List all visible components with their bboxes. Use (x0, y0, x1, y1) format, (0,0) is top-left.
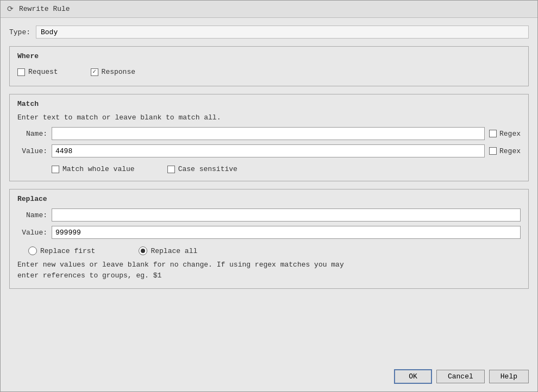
match-value-regex-label: Regex (499, 147, 521, 155)
request-checkbox[interactable] (17, 68, 25, 76)
match-value-input[interactable] (52, 144, 485, 157)
match-value-regex-checkbox[interactable] (489, 147, 497, 155)
replace-hint: Enter new values or leave blank for no c… (17, 260, 521, 281)
case-sensitive-label: Case sensitive (178, 165, 237, 173)
cancel-button[interactable]: Cancel (436, 370, 485, 383)
match-options-row: Match whole value Case sensitive (17, 162, 521, 173)
replace-value-row: Value: (17, 226, 521, 239)
case-sensitive-item[interactable]: Case sensitive (167, 165, 237, 173)
where-checkbox-row: Request Response (17, 66, 521, 78)
match-whole-value-checkbox[interactable] (52, 166, 59, 173)
match-name-label: Name: (17, 130, 47, 138)
replace-section-title: Replace (17, 195, 521, 203)
replace-first-label: Replace first (40, 247, 95, 255)
rewrite-rule-window: ⟳ Rewrite Rule Type: Body Where Request … (0, 0, 538, 392)
replace-name-input[interactable] (52, 208, 521, 222)
replace-section: Replace Name: Value: Replace first Rep (9, 189, 529, 289)
replace-value-label: Value: (17, 229, 47, 237)
title-bar: ⟳ Rewrite Rule (1, 1, 537, 18)
match-hint: Enter text to match or leave blank to ma… (17, 113, 521, 122)
replace-name-row: Name: (17, 208, 521, 222)
replace-first-item[interactable]: Replace first (28, 246, 95, 255)
response-checkbox[interactable] (91, 68, 98, 76)
case-sensitive-checkbox[interactable] (167, 166, 175, 173)
replace-hint-line2: enter references to groups, eg. $1 (17, 270, 521, 281)
match-value-label: Value: (17, 147, 47, 155)
replace-all-label: Replace all (151, 247, 197, 255)
type-label: Type: (9, 28, 30, 36)
replace-name-label: Name: (17, 211, 47, 219)
bottom-bar: OK Cancel Help (1, 364, 537, 391)
replace-first-radio[interactable] (28, 246, 37, 255)
match-section-title: Match (17, 100, 521, 108)
match-whole-value-item[interactable]: Match whole value (52, 165, 135, 173)
type-row: Type: Body (9, 26, 529, 39)
match-value-row: Value: Regex (17, 144, 521, 157)
request-label: Request (28, 68, 58, 76)
match-section: Match Enter text to match or leave blank… (9, 94, 529, 181)
replace-radio-row: Replace first Replace all (17, 243, 521, 255)
replace-value-input[interactable] (52, 226, 521, 239)
type-value: Body (36, 26, 529, 39)
replace-all-radio[interactable] (139, 246, 147, 255)
match-name-regex-label: Regex (499, 130, 521, 138)
replace-all-item[interactable]: Replace all (139, 246, 197, 255)
dialog-content: Type: Body Where Request Response Match … (1, 18, 537, 364)
response-label: Response (102, 68, 135, 76)
match-value-regex-item[interactable]: Regex (489, 147, 521, 155)
help-button[interactable]: Help (489, 370, 529, 383)
match-name-row: Name: Regex (17, 127, 521, 140)
where-section-title: Where (17, 52, 521, 60)
replace-hint-line1: Enter new values or leave blank for no c… (17, 260, 521, 270)
ok-button[interactable]: OK (394, 369, 432, 384)
response-checkbox-item[interactable]: Response (91, 68, 135, 76)
where-section: Where Request Response (9, 46, 529, 86)
match-name-regex-item[interactable]: Regex (489, 130, 521, 138)
match-whole-value-label: Match whole value (62, 165, 135, 173)
window-icon: ⟳ (6, 5, 15, 14)
window-title: Rewrite Rule (19, 5, 70, 13)
match-name-input[interactable] (52, 127, 485, 140)
match-name-regex-checkbox[interactable] (489, 130, 497, 137)
request-checkbox-item[interactable]: Request (17, 68, 58, 76)
